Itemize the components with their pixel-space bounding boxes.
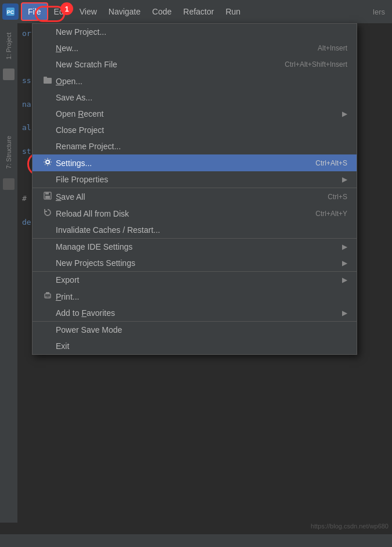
menu-item-label-exit: Exit <box>56 341 347 351</box>
menu-item-new-project[interactable]: New Project... <box>33 24 357 40</box>
menu-item-label-file-properties: File Properties <box>56 175 337 184</box>
svg-point-4 <box>46 160 49 164</box>
file-menu-dropdown: New Project...New...Alt+InsertNew Scratc… <box>32 23 357 355</box>
menu-item-new-project-settings[interactable]: New Projects Settings▶ <box>33 255 357 271</box>
menu-item-new-scratch[interactable]: New Scratch FileCtrl+Alt+Shift+Insert <box>33 56 357 73</box>
sidebar-structure-tab[interactable]: 7: Structure <box>3 131 15 174</box>
menu-item-label-new: New... <box>56 44 304 53</box>
menu-item-arrow-manage-ide: ▶ <box>342 243 347 251</box>
menu-item-export[interactable]: Export▶ <box>33 271 357 288</box>
status-bar <box>0 534 392 547</box>
menu-item-label-print: Print... <box>56 292 347 301</box>
sidebar-icon <box>3 69 15 80</box>
menu-item-label-save-all: Save All <box>56 192 314 201</box>
menu-item-file-properties[interactable]: File Properties▶ <box>33 171 357 188</box>
menu-item-save-all[interactable]: Save AllCtrl+S <box>33 188 357 205</box>
menu-item-label-new-scratch: New Scratch File <box>56 60 271 69</box>
file-menu-button[interactable]: File <box>21 2 48 21</box>
navigate-menu-button[interactable]: Navigate <box>103 3 146 20</box>
menu-item-label-export: Export <box>56 275 337 285</box>
svg-rect-6 <box>45 192 49 195</box>
menu-item-print[interactable]: Print... <box>33 288 357 305</box>
menu-item-shortcut-save-all: Ctrl+S <box>328 193 347 201</box>
menu-item-icon-open <box>42 76 53 86</box>
run-menu-button[interactable]: Run <box>220 3 246 20</box>
menu-item-power-save[interactable]: Power Save Mode <box>33 321 357 338</box>
sidebar-left: 1: Project 7: Structure <box>0 23 17 523</box>
menu-item-save-as[interactable]: Save As... <box>33 89 357 106</box>
menu-item-shortcut-reload: Ctrl+Alt+Y <box>315 210 347 218</box>
menu-item-reload[interactable]: Reload All from DiskCtrl+Alt+Y <box>33 205 357 222</box>
menu-item-arrow-open-recent: ▶ <box>342 110 347 118</box>
watermark: https://blog.csdn.net/wp680 <box>307 521 392 531</box>
sidebar-project-tab[interactable]: 1: Project <box>3 28 15 64</box>
menu-bar: PC File Edit View Navigate Code Refactor… <box>0 0 392 23</box>
menu-item-arrow-add-favorites: ▶ <box>342 309 347 317</box>
refactor-menu-button[interactable]: Refactor <box>178 3 220 20</box>
svg-text:PC: PC <box>7 9 15 15</box>
menu-item-icon-reload <box>42 208 53 218</box>
menu-item-label-close-project: Close Project <box>56 125 347 135</box>
menu-item-label-open-recent: Open Recent <box>56 109 337 118</box>
menu-item-label-power-save: Power Save Mode <box>56 325 347 334</box>
menu-item-label-new-project: New Project... <box>56 27 347 37</box>
menu-item-add-favorites[interactable]: Add to Favorites▶ <box>33 305 357 321</box>
svg-rect-9 <box>46 292 49 294</box>
menu-item-label-reload: Reload All from Disk <box>56 209 301 218</box>
menu-item-label-add-favorites: Add to Favorites <box>56 308 337 318</box>
menu-item-label-open: Open... <box>56 77 347 86</box>
menu-item-exit[interactable]: Exit <box>33 338 357 354</box>
menu-item-arrow-export: ▶ <box>342 276 347 284</box>
menu-item-icon-settings <box>42 158 53 168</box>
menu-item-new[interactable]: New...Alt+Insert <box>33 40 357 56</box>
view-menu-button[interactable]: View <box>74 3 103 20</box>
menu-item-icon-save-all <box>42 192 53 201</box>
menu-item-arrow-file-properties: ▶ <box>342 175 347 183</box>
sidebar-structure-icon <box>3 178 15 190</box>
menu-item-manage-ide[interactable]: Manage IDE Settings▶ <box>33 238 357 255</box>
menu-item-shortcut-new: Alt+Insert <box>318 44 347 52</box>
svg-rect-3 <box>44 77 47 79</box>
menu-item-label-invalidate: Invalidate Caches / Restart... <box>56 225 347 235</box>
menu-item-label-rename-project: Rename Project... <box>56 142 347 151</box>
ide-logo: PC <box>2 3 19 20</box>
menu-item-icon-print <box>42 292 53 301</box>
menu-item-arrow-new-project-settings: ▶ <box>342 259 347 267</box>
menu-item-label-manage-ide: Manage IDE Settings <box>56 242 337 251</box>
menu-item-shortcut-new-scratch: Ctrl+Alt+Shift+Insert <box>285 60 347 69</box>
menu-bar-right: lers <box>373 8 390 16</box>
edit-menu-button[interactable]: Edit <box>48 3 74 20</box>
menu-item-open-recent[interactable]: Open Recent▶ <box>33 106 357 122</box>
svg-rect-7 <box>45 196 50 199</box>
menu-item-label-settings: Settings... <box>56 159 301 168</box>
menu-item-shortcut-settings: Ctrl+Alt+S <box>315 159 347 167</box>
menu-item-invalidate[interactable]: Invalidate Caches / Restart... <box>33 222 357 238</box>
menu-item-open[interactable]: Open... <box>33 73 357 89</box>
menu-item-label-save-as: Save As... <box>56 93 347 102</box>
menu-item-settings[interactable]: Settings...Ctrl+Alt+S <box>33 154 357 171</box>
menu-item-label-new-project-settings: New Projects Settings <box>56 258 337 268</box>
menu-item-rename-project[interactable]: Rename Project... <box>33 138 357 154</box>
menu-item-close-project[interactable]: Close Project <box>33 122 357 138</box>
code-menu-button[interactable]: Code <box>146 3 177 20</box>
svg-rect-10 <box>46 296 49 298</box>
